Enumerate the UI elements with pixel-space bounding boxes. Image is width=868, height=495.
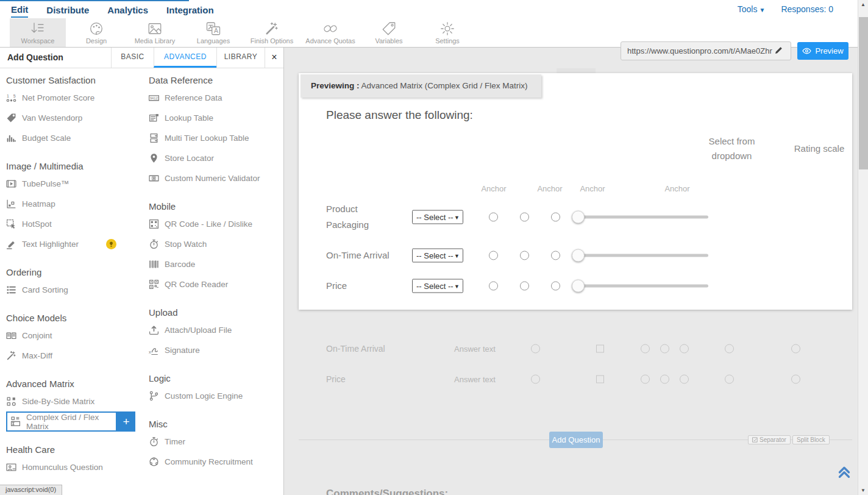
toolbar-settings[interactable]: Settings: [419, 18, 475, 47]
scrollbar-thumb[interactable]: [859, 17, 868, 169]
question-type-homunculus-question[interactable]: Homunculus Question: [6, 457, 144, 477]
question-type-heatmap[interactable]: Heatmap: [6, 194, 144, 214]
toolbar-languages[interactable]: ALanguages: [185, 18, 241, 47]
slider-handle-on-time-arrival[interactable]: [572, 249, 585, 262]
slider-track-on-time-arrival[interactable]: [572, 254, 708, 257]
question-type-barcode[interactable]: Barcode: [149, 254, 283, 274]
question-type-lookup-table[interactable]: Lookup Table: [149, 108, 283, 128]
toolbar-items: WorkspaceDesignMedia LibraryALanguagesFi…: [10, 18, 475, 47]
question-type-multi-tier-lookup-table[interactable]: Multi Tier Lookup Table: [149, 128, 283, 148]
editor-radio: [725, 344, 734, 354]
tab-advanced[interactable]: ADVANCED: [154, 48, 216, 68]
question-type-attach-upload-file[interactable]: Attach/Upload File: [149, 320, 283, 340]
question-type-label-complex-grid-flex-matrix: Complex Grid / Flex Matrix: [26, 413, 116, 431]
rating-radio-price-3[interactable]: [551, 282, 560, 291]
rating-radio-product-packaging-3[interactable]: [551, 213, 560, 222]
question-type-label-custom-logic-engine: Custom Logic Engine: [165, 391, 243, 401]
question-type-reference-data[interactable]: 94123Reference Data: [149, 88, 283, 108]
rating-radio-on-time-arrival-3[interactable]: [551, 251, 560, 260]
panel-header: Add Question BASICADVANCEDLIBRARY ×: [0, 48, 283, 68]
nav-right-links: Tools▼ Responses: 0: [738, 0, 833, 18]
rating-radio-price-2[interactable]: [520, 282, 529, 291]
scrollbar-up-arrow-icon[interactable]: ▲: [858, 0, 868, 9]
question-type-community-recruitment[interactable]: Community Recruitment: [149, 452, 283, 472]
question-type-label-reference-data: Reference Data: [165, 93, 222, 102]
survey-url-input[interactable]: https://www.questionpro.com/t/AMae0Zhr: [621, 41, 791, 60]
tab-library[interactable]: LIBRARY: [216, 48, 265, 68]
question-type-qr-code-like-dislike[interactable]: QR Code - Like / Dislike: [149, 214, 283, 234]
rating-radio-product-packaging-1[interactable]: [489, 213, 498, 222]
question-type-label-homunculus-question: Homunculus Question: [22, 463, 103, 472]
question-type-complex-grid-flex-matrix[interactable]: Complex Grid / Flex Matrix: [6, 411, 117, 432]
separator-toggle[interactable]: Separator: [748, 435, 791, 444]
preview-button[interactable]: Preview: [797, 42, 848, 60]
question-type-van-westendorp[interactable]: Van Westendorp: [6, 108, 144, 128]
slider-track-price[interactable]: [572, 285, 708, 288]
rating-radio-on-time-arrival-2[interactable]: [520, 251, 529, 260]
caret-down-icon: ▼: [759, 7, 765, 13]
add-question-button[interactable]: Add Question: [549, 432, 603, 448]
rating-radio-on-time-arrival-1[interactable]: [489, 251, 498, 260]
nav-tab-analytics[interactable]: Analytics: [107, 2, 148, 17]
toolbar-workspace[interactable]: Workspace: [10, 18, 66, 47]
slider-track-product-packaging[interactable]: [572, 216, 708, 219]
tab-basic[interactable]: BASIC: [111, 48, 154, 68]
question-type-net-promoter-score[interactable]: 15Net Promoter Score: [6, 88, 144, 108]
question-type-conjoint[interactable]: Conjoint: [6, 326, 144, 346]
question-type-qr-code-reader[interactable]: QR Code Reader: [149, 274, 283, 294]
question-type-stop-watch[interactable]: Stop Watch: [149, 234, 283, 254]
sbs-matrix-icon: [6, 396, 16, 407]
question-type-label-timer: Timer: [165, 437, 185, 446]
edit-url-pencil-icon[interactable]: [774, 45, 785, 56]
signature-icon: x: [149, 345, 159, 355]
question-type-side-by-side-matrix[interactable]: Side-By-Side Matrix: [6, 391, 144, 411]
slider-handle-price[interactable]: [572, 280, 585, 293]
add-selected-question-button[interactable]: +: [117, 411, 135, 432]
dropdown-select-price[interactable]: -- Select --▼: [412, 279, 463, 293]
nav-tab-integration[interactable]: Integration: [166, 2, 214, 17]
dropdown-select-on-time-arrival[interactable]: -- Select --▼: [412, 249, 463, 263]
question-type-label-tubepulse: TubePulse™: [22, 179, 69, 188]
rating-radio-product-packaging-2[interactable]: [520, 213, 529, 222]
question-type-budget-scale[interactable]: Budget Scale: [6, 128, 144, 148]
slider-handle-product-packaging[interactable]: [572, 211, 585, 224]
section-heading-image-multimedia: Image / Multimedia: [6, 161, 144, 171]
question-type-text-highlighter[interactable]: Text Highlighter: [6, 234, 144, 254]
workspace-icon: [30, 21, 45, 36]
editor-radio: [531, 375, 540, 384]
tools-menu[interactable]: Tools▼: [738, 4, 766, 14]
toolbar-design[interactable]: Design: [68, 18, 124, 47]
vertical-scrollbar[interactable]: ▲ ▼: [858, 0, 868, 495]
question-type-store-locator[interactable]: Store Locator: [149, 148, 283, 168]
question-type-custom-logic-engine[interactable]: Custom Logic Engine: [149, 386, 283, 406]
question-type-timer[interactable]: Timer: [149, 432, 283, 452]
scrollbar-down-arrow-icon[interactable]: ▼: [858, 486, 868, 495]
svg-text:5: 5: [13, 94, 16, 98]
toolbar-variables[interactable]: Variables: [361, 18, 417, 47]
nav-tabs: EditDistributeAnalyticsIntegration: [11, 0, 232, 18]
nav-tab-edit[interactable]: Edit: [11, 1, 28, 18]
split-block-button[interactable]: Split Block: [792, 435, 830, 444]
question-type-tubepulse[interactable]: TubePulse™: [6, 174, 144, 194]
toolbar-finish-options[interactable]: Finish Options: [244, 18, 300, 47]
responses-count[interactable]: Responses: 0: [781, 4, 833, 14]
question-type-hotspot[interactable]: HotSpot: [6, 214, 144, 234]
anchor-label-2: Anchor: [535, 184, 565, 193]
media-library-icon: [148, 21, 162, 36]
dropdown-select-product-packaging[interactable]: -- Select --▼: [412, 210, 463, 224]
close-icon[interactable]: ×: [265, 48, 283, 68]
anchor-label-4: Anchor: [662, 184, 692, 193]
section-heading-customer-satisfaction: Customer Satisfaction: [6, 75, 144, 85]
question-type-signature[interactable]: xSignature: [149, 340, 283, 360]
separator-label: Separator: [760, 436, 786, 443]
question-type-custom-numeric-validator[interactable]: Custom Numeric Validator: [149, 168, 283, 188]
toolbar-media-library[interactable]: Media Library: [127, 18, 183, 47]
rating-radio-price-1[interactable]: [489, 282, 498, 291]
idea-badge: [106, 239, 116, 249]
scroll-to-top-chevrons-icon[interactable]: [836, 465, 852, 479]
nav-tab-distribute[interactable]: Distribute: [46, 2, 89, 17]
editor-answer-text: Answer text: [454, 344, 496, 354]
question-type-max-diff[interactable]: Max-Diff: [6, 346, 144, 366]
question-type-card-sorting[interactable]: Card Sorting: [6, 280, 144, 300]
toolbar-advance-quotas[interactable]: Advance Quotas: [302, 18, 358, 47]
